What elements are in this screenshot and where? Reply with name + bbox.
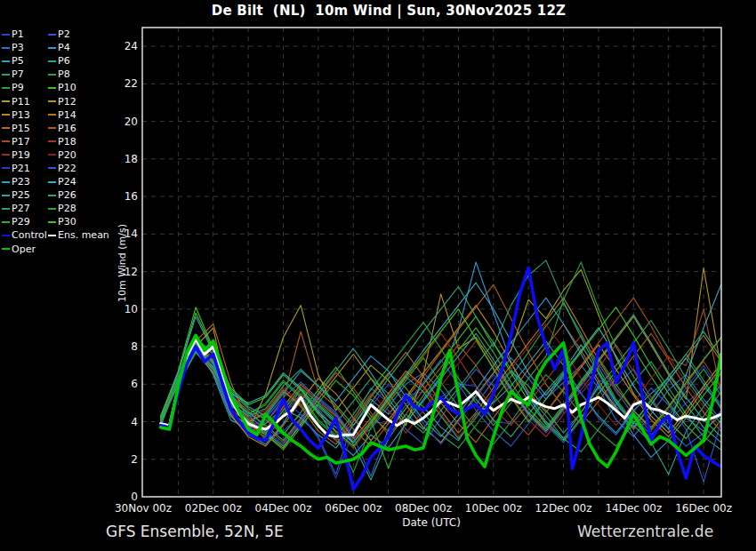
legend-label: P29	[12, 216, 30, 228]
legend-label: P15	[12, 123, 30, 134]
y-tick-label: 16	[89, 190, 138, 203]
legend-item-p17: P17	[2, 136, 48, 148]
x-tick-label: 16Dec 00z	[664, 502, 744, 515]
legend-swatch	[48, 154, 56, 156]
y-tick-label: 10	[89, 303, 138, 315]
legend-label: P16	[58, 123, 76, 134]
legend-label: P8	[58, 68, 70, 80]
legend-item-p27: P27	[2, 203, 48, 214]
legend-label: P27	[12, 203, 30, 214]
x-tick-label: 10Dec 00z	[454, 502, 534, 515]
legend-item-p13: P13	[2, 109, 48, 121]
y-tick-label: 14	[89, 228, 138, 240]
x-tick-label: 12Dec 00z	[524, 502, 604, 515]
legend-swatch	[48, 140, 56, 142]
legend-swatch	[48, 167, 56, 169]
legend-item-p25: P25	[2, 189, 48, 201]
y-tick-label: 8	[89, 340, 138, 353]
legend-label: P7	[12, 68, 24, 80]
y-tick-label: 2	[89, 453, 138, 466]
legend-item-p24: P24	[48, 176, 105, 188]
legend-label: P21	[12, 163, 30, 174]
legend-label: Oper	[12, 244, 36, 255]
legend-swatch	[48, 221, 56, 223]
legend-swatch	[48, 60, 56, 62]
x-tick-label: 02Dec 00z	[173, 502, 253, 515]
legend-label: P3	[12, 42, 24, 53]
x-tick-label: 08Dec 00z	[383, 502, 463, 515]
legend-label: P28	[58, 203, 76, 214]
legend-swatch	[48, 208, 56, 210]
legend-swatch	[2, 34, 10, 36]
legend-swatch	[2, 74, 10, 76]
legend-swatch	[2, 140, 10, 142]
legend-item-p9: P9	[2, 82, 48, 93]
legend-item-p30: P30	[48, 216, 105, 228]
legend-label: P17	[12, 136, 30, 148]
model-caption: GFS Ensemble, 52N, 5E	[106, 523, 284, 540]
legend-item-oper: Oper	[2, 244, 48, 255]
legend-swatch	[48, 181, 56, 183]
ensemble-meteogram: De Bilt (NL) 10m Wind | Sun, 30Nov2025 1…	[0, 0, 756, 551]
x-tick-label: 30Nov 00z	[103, 502, 183, 515]
legend-label: P18	[58, 136, 76, 148]
legend-item-p3: P3	[2, 42, 48, 53]
y-tick-label: 6	[89, 378, 138, 390]
legend-label: P10	[58, 82, 76, 93]
legend-swatch	[48, 195, 56, 196]
legend-label: P4	[58, 42, 70, 53]
legend-item-p12: P12	[48, 96, 105, 108]
legend-item-p15: P15	[2, 123, 48, 134]
legend-swatch	[2, 248, 10, 250]
x-tick-label: 06Dec 00z	[313, 502, 393, 515]
legend-swatch	[2, 47, 10, 49]
legend-label: P1	[12, 28, 24, 40]
y-tick-label: 18	[89, 153, 138, 165]
legend-item-p11: P11	[2, 96, 48, 108]
legend-swatch	[2, 208, 10, 210]
legend-swatch	[48, 87, 56, 89]
legend-item-p2: P2	[48, 28, 105, 40]
legend-swatch	[48, 127, 56, 129]
x-tick-label: 14Dec 00z	[593, 502, 673, 515]
legend-swatch	[2, 127, 10, 129]
legend-label: P11	[12, 96, 30, 108]
legend-item-p19: P19	[2, 149, 48, 161]
legend-label: P26	[58, 189, 76, 201]
legend-swatch	[2, 221, 10, 223]
legend-label: P23	[12, 176, 30, 188]
legend-swatch	[2, 100, 10, 102]
legend-label: P19	[12, 149, 30, 161]
legend-item-p1: P1	[2, 28, 48, 40]
legend-label: P22	[58, 163, 76, 174]
legend-item-control: Control	[2, 229, 48, 241]
y-tick-label: 22	[89, 77, 138, 90]
legend-label: P9	[12, 82, 24, 93]
legend-label: P5	[12, 55, 24, 67]
legend-item-p18: P18	[48, 136, 105, 148]
legend-label: P13	[12, 109, 30, 121]
y-tick-label: 12	[89, 266, 138, 278]
x-tick-label: 04Dec 00z	[244, 502, 324, 515]
legend-swatch	[2, 195, 10, 196]
y-tick-label: 24	[89, 40, 138, 52]
legend-swatch	[2, 114, 10, 116]
y-tick-label: 4	[89, 416, 138, 428]
legend-swatch	[2, 235, 10, 236]
legend-label: P12	[58, 96, 76, 108]
legend-label: P25	[12, 189, 30, 201]
legend-swatch	[48, 34, 56, 36]
legend-item-p5: P5	[2, 55, 48, 67]
site-credit: Wetterzentrale.de	[577, 523, 713, 540]
legend-swatch	[2, 181, 10, 183]
y-tick-label: 20	[89, 116, 138, 128]
legend-swatch	[2, 60, 10, 62]
legend-label: P14	[58, 109, 76, 121]
legend-swatch	[48, 47, 56, 49]
legend-item-p23: P23	[2, 176, 48, 188]
legend-label: P6	[58, 55, 70, 67]
legend-item-p7: P7	[2, 68, 48, 80]
y-tick-label: 0	[89, 491, 138, 503]
legend-label: P24	[58, 176, 76, 188]
x-axis-label: Date (UTC)	[378, 516, 485, 529]
